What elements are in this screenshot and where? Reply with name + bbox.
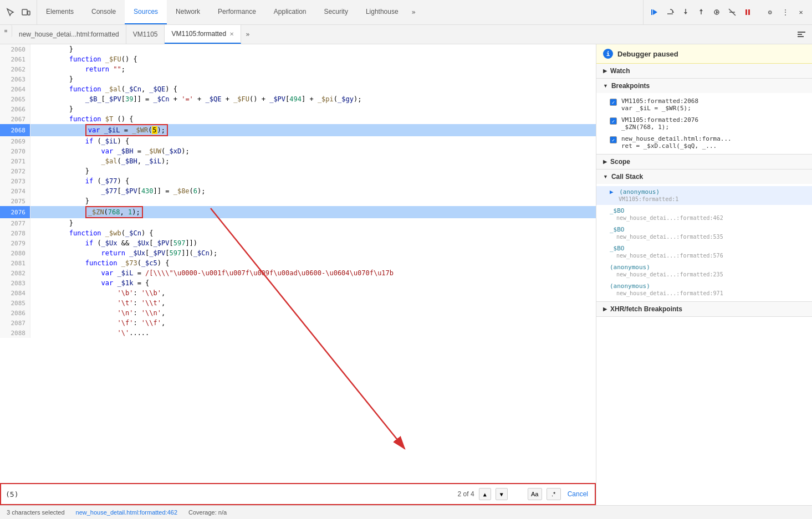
file-tab-vm1105-formatted[interactable]: VM1105:formatted ✕ <box>165 25 241 44</box>
line-number[interactable]: 2081 <box>0 258 30 268</box>
tab-elements[interactable]: Elements <box>37 0 83 24</box>
breakpoint-checkbox[interactable] <box>610 117 617 125</box>
line-content: } <box>30 74 596 84</box>
match-case-btn[interactable]: Aa <box>528 488 542 500</box>
table-row: 2076 _$ZN(768, 1); <box>0 206 596 218</box>
line-number[interactable]: 2062 <box>0 64 30 74</box>
xhr-fetch-header[interactable]: ▶ XHR/fetch Breakpoints <box>596 302 812 316</box>
call-stack-header[interactable]: ▼ Call Stack <box>596 169 812 184</box>
line-number[interactable]: 2078 <box>0 228 30 238</box>
resume-btn[interactable] <box>648 6 661 19</box>
breakpoints-label: Breakpoints <box>611 82 650 90</box>
device-toggle-icon[interactable] <box>20 6 32 18</box>
line-number[interactable]: 2071 <box>0 156 30 166</box>
line-number[interactable]: 2077 <box>0 218 30 228</box>
tab-network[interactable]: Network <box>167 0 209 24</box>
search-prev-btn[interactable]: ▲ <box>479 488 491 500</box>
watch-label: Watch <box>610 67 630 75</box>
tab-lighthouse[interactable]: Lighthouse <box>357 0 407 24</box>
xhr-fetch-arrow: ▶ <box>603 306 607 312</box>
list-item[interactable]: _$BO new_house_detai...:formatted:535 <box>596 224 812 243</box>
line-number[interactable]: 2076 <box>0 206 30 218</box>
search-input[interactable] <box>6 490 453 499</box>
file-location-link[interactable]: new_house_detail.html:formatted:462 <box>76 509 177 516</box>
line-content: '\f': '\\f', <box>30 318 596 328</box>
line-number[interactable]: 2082 <box>0 268 30 278</box>
regex-btn[interactable]: .* <box>547 488 561 500</box>
line-number[interactable]: 2070 <box>0 146 30 156</box>
line-content: return _$Ux[_$PV[597]](_$Cn); <box>30 248 596 258</box>
scope-header[interactable]: ▶ Scope <box>596 155 812 169</box>
list-item[interactable]: ▶ (anonymous) VM1105:formatted:1 <box>596 186 812 205</box>
breakpoint-checkbox[interactable] <box>610 99 617 106</box>
more-options-icon[interactable]: ⋮ <box>779 6 792 19</box>
deactivate-breakpoints-btn[interactable] <box>726 6 739 19</box>
tab-performance[interactable]: Performance <box>209 0 265 24</box>
list-item[interactable]: new_house_detail.html:forma... ret = _$x… <box>596 133 812 152</box>
list-item[interactable]: VM1105:formatted:2076 _$ZN(768, 1); <box>596 114 812 133</box>
line-number[interactable]: 2061 <box>0 54 30 64</box>
line-number[interactable]: 2063 <box>0 74 30 84</box>
breakpoints-header[interactable]: ▼ Breakpoints <box>596 79 812 93</box>
line-number[interactable]: 2072 <box>0 166 30 176</box>
line-number[interactable]: 2065 <box>0 94 30 104</box>
line-number[interactable]: 2074 <box>0 186 30 196</box>
table-row: 2061 function _$FU() { <box>0 54 596 64</box>
step-into-btn[interactable] <box>679 6 692 19</box>
list-item[interactable]: _$BO new_house_detai...:formatted:462 <box>596 205 812 224</box>
toolbar-right-actions: ⚙ ⋮ ✕ <box>643 0 812 24</box>
select-element-icon[interactable] <box>4 6 17 18</box>
file-tab-vm1105[interactable]: VM1105 <box>126 25 165 44</box>
more-file-tabs-btn[interactable]: » <box>241 25 254 44</box>
watch-section: ▶ Watch <box>596 64 812 79</box>
line-number[interactable]: 2088 <box>0 328 30 338</box>
navigator-toggle[interactable] <box>0 25 12 37</box>
list-item[interactable]: (anonymous) new_house_detai...:formatted… <box>596 280 812 299</box>
table-row: 2085 '\t': '\\t', <box>0 298 596 308</box>
line-number[interactable]: 2075 <box>0 196 30 206</box>
search-cancel-btn[interactable]: Cancel <box>565 490 590 498</box>
tab-security[interactable]: Security <box>315 0 357 24</box>
line-number[interactable]: 2080 <box>0 248 30 258</box>
line-number[interactable]: 2085 <box>0 298 30 308</box>
line-number[interactable]: 2066 <box>0 104 30 114</box>
line-number[interactable]: 2083 <box>0 278 30 288</box>
watch-header[interactable]: ▶ Watch <box>596 64 812 78</box>
sidebar-right-toggle[interactable] <box>795 28 808 40</box>
line-number[interactable]: 2069 <box>0 136 30 146</box>
step-over-btn[interactable] <box>663 6 677 19</box>
line-number[interactable]: 2067 <box>0 114 30 124</box>
step-btn[interactable] <box>710 6 723 19</box>
tab-sources[interactable]: Sources <box>125 0 167 24</box>
line-number[interactable]: 2087 <box>0 318 30 328</box>
list-item[interactable]: (anonymous) new_house_detai...:formatted… <box>596 261 812 280</box>
scope-section: ▶ Scope <box>596 155 812 169</box>
list-item[interactable]: VM1105:formatted:2068 var _$iL = _$WR(5)… <box>596 95 812 114</box>
line-number[interactable]: 2084 <box>0 288 30 298</box>
svg-rect-21 <box>798 36 804 37</box>
more-tabs-btn[interactable]: » <box>407 0 420 24</box>
line-number[interactable]: 2060 <box>0 44 30 54</box>
cs-function-name: _$BO <box>610 226 625 233</box>
tab-console[interactable]: Console <box>83 0 125 24</box>
list-item[interactable]: _$BO new_house_detai...:formatted:576 <box>596 243 812 261</box>
code-editor[interactable]: 2060 } 2061 function _$FU() { 2062 retur… <box>0 44 596 483</box>
file-tab-right-actions <box>791 25 812 44</box>
line-number[interactable]: 2064 <box>0 84 30 94</box>
table-row: 2069 if (_$iL) { <box>0 136 596 146</box>
breakpoint-checkbox[interactable] <box>610 136 617 143</box>
close-file-tab-btn[interactable]: ✕ <box>229 31 234 37</box>
line-number[interactable]: 2086 <box>0 308 30 318</box>
pause-on-exceptions-btn[interactable] <box>741 6 754 19</box>
settings-icon[interactable]: ⚙ <box>763 6 777 19</box>
table-row: 2074 _$77[_$PV[430]] = _$8e(6); <box>0 186 596 196</box>
step-out-btn[interactable] <box>694 6 708 19</box>
line-number[interactable]: 2079 <box>0 238 30 248</box>
file-tab-new-house[interactable]: new_house_detai...html:formatted <box>12 25 126 44</box>
close-icon[interactable]: ✕ <box>794 6 808 19</box>
search-next-btn[interactable]: ▼ <box>496 488 508 500</box>
tab-application[interactable]: Application <box>265 0 315 24</box>
line-number[interactable]: 2068 <box>0 124 30 136</box>
line-content: var _$iL = /[\\\\"\u0000-\u001f\u007f\u0… <box>30 268 596 278</box>
line-number[interactable]: 2073 <box>0 176 30 186</box>
